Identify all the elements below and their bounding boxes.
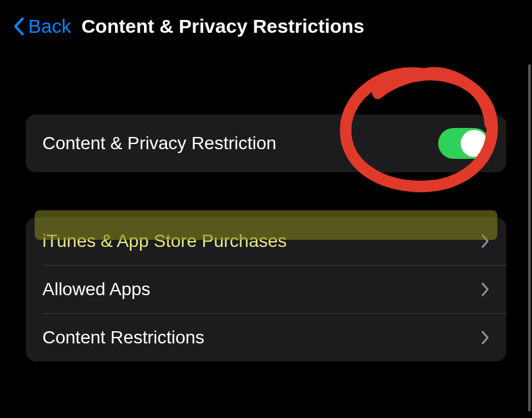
chevron-right-icon <box>481 330 490 345</box>
menu-item-content-restrictions[interactable]: Content Restrictions <box>26 314 506 361</box>
scrollbar[interactable] <box>528 64 531 412</box>
menu-item-itunes-purchases[interactable]: iTunes & App Store Purchases <box>26 217 506 265</box>
menu-item-label: Allowed Apps <box>42 279 150 300</box>
back-label: Back <box>28 15 71 37</box>
content-privacy-toggle[interactable] <box>438 128 490 159</box>
content: Content & Privacy Restriction iTunes & A… <box>0 114 532 361</box>
menu-item-label: iTunes & App Store Purchases <box>42 231 287 251</box>
menu-item-allowed-apps[interactable]: Allowed Apps <box>26 266 506 313</box>
toggle-section: Content & Privacy Restriction <box>26 114 506 172</box>
menu-section: iTunes & App Store Purchases Allowed App… <box>26 217 506 361</box>
toggle-knob <box>461 130 488 157</box>
header: Back Content & Privacy Restrictions <box>0 0 532 50</box>
toggle-row[interactable]: Content & Privacy Restriction <box>26 114 506 172</box>
toggle-row-label: Content & Privacy Restriction <box>42 133 276 154</box>
chevron-right-icon <box>481 233 490 249</box>
back-button[interactable]: Back <box>13 15 71 37</box>
chevron-left-icon <box>13 17 24 36</box>
menu-item-label: Content Restrictions <box>42 327 204 348</box>
page-title: Content & Privacy Restrictions <box>82 15 364 37</box>
chevron-right-icon <box>481 282 490 297</box>
